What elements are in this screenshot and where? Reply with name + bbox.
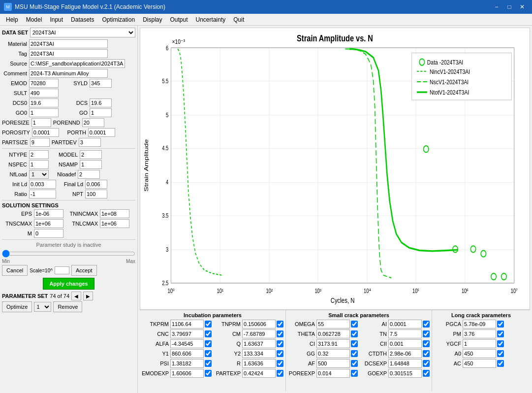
gg-check[interactable] xyxy=(351,350,358,357)
r-check[interactable] xyxy=(277,360,283,367)
cm-check[interactable] xyxy=(277,330,283,337)
menu-quit[interactable]: Quit xyxy=(229,15,248,24)
syld-input[interactable] xyxy=(90,79,112,88)
source-input[interactable] xyxy=(29,59,125,68)
partdev-input[interactable] xyxy=(79,138,101,147)
gg-input[interactable] xyxy=(316,349,350,358)
param-set-prev[interactable]: ◀ xyxy=(71,292,81,300)
cancel-button[interactable]: Cancel xyxy=(2,265,28,276)
finalld-input[interactable] xyxy=(85,180,107,189)
model-input[interactable] xyxy=(80,150,102,159)
ci-check[interactable] xyxy=(351,340,358,347)
tag-input[interactable] xyxy=(29,49,108,58)
close-button[interactable]: ✕ xyxy=(516,2,528,12)
ac-check[interactable] xyxy=(497,360,504,367)
dataset-select[interactable]: 2024T3AI xyxy=(30,28,135,37)
ctdth-check[interactable] xyxy=(423,350,430,357)
nfload-select[interactable]: 1 xyxy=(29,170,49,179)
dcs-input[interactable] xyxy=(90,98,112,107)
partexp-check[interactable] xyxy=(277,370,283,377)
nsamp-input[interactable] xyxy=(80,160,102,169)
goexp-check[interactable] xyxy=(423,370,430,377)
omega-input[interactable] xyxy=(316,320,350,328)
apply-changes-button[interactable]: Apply changes xyxy=(43,278,94,290)
menu-input[interactable]: Input xyxy=(46,15,67,24)
remove-button[interactable]: Remove xyxy=(53,301,82,312)
q-check[interactable] xyxy=(277,340,283,347)
menu-help[interactable]: Help xyxy=(2,15,22,24)
menu-datasets[interactable]: Datasets xyxy=(67,15,98,24)
pgca-input[interactable] xyxy=(463,320,496,328)
ai-input[interactable] xyxy=(388,320,422,328)
alfa-check[interactable] xyxy=(205,340,212,347)
y2-check[interactable] xyxy=(277,350,283,357)
cnc-check[interactable] xyxy=(205,330,212,337)
accept-button[interactable]: Accept xyxy=(71,265,97,276)
y1-input[interactable] xyxy=(170,349,204,358)
cm-input[interactable] xyxy=(242,329,276,338)
alfa-input[interactable] xyxy=(170,339,204,348)
q-input[interactable] xyxy=(242,339,276,348)
psi-input[interactable] xyxy=(170,359,204,368)
emodexp-input[interactable] xyxy=(170,369,204,378)
cnc-input[interactable] xyxy=(170,329,204,338)
psi-check[interactable] xyxy=(205,360,212,367)
menu-output[interactable]: Output xyxy=(166,15,192,24)
pgca-check[interactable] xyxy=(497,321,504,328)
theta-input[interactable] xyxy=(316,329,350,338)
cii-check[interactable] xyxy=(423,340,430,347)
tn-check[interactable] xyxy=(423,330,430,337)
omega-check[interactable] xyxy=(351,321,358,328)
material-input[interactable] xyxy=(29,39,108,48)
ygcf-check[interactable] xyxy=(497,340,504,347)
minimize-button[interactable]: − xyxy=(491,2,502,12)
partsize-input[interactable] xyxy=(30,138,50,147)
tnprm-input[interactable] xyxy=(242,320,276,328)
emod-input[interactable] xyxy=(29,79,59,88)
tnlcmax-input[interactable] xyxy=(100,219,129,228)
initld-input[interactable] xyxy=(29,180,56,189)
goexp-input[interactable] xyxy=(388,369,422,378)
eps-input[interactable] xyxy=(34,209,63,218)
npt-input[interactable] xyxy=(85,190,107,198)
menu-uncertainty[interactable]: Uncertainty xyxy=(192,15,230,24)
comment-input[interactable] xyxy=(29,69,108,78)
tkprm-input[interactable] xyxy=(170,320,204,328)
af-check[interactable] xyxy=(351,360,358,367)
ai-check[interactable] xyxy=(423,321,430,328)
menu-model[interactable]: Model xyxy=(22,15,46,24)
optimize-select[interactable]: 1 xyxy=(34,302,51,312)
ctdth-input[interactable] xyxy=(388,349,422,358)
poreexp-input[interactable] xyxy=(316,369,350,378)
a0-input[interactable] xyxy=(463,349,496,358)
sult-input[interactable] xyxy=(29,89,59,98)
ygcf-input[interactable] xyxy=(463,339,496,348)
pm-input[interactable] xyxy=(463,329,496,338)
ratio-input[interactable] xyxy=(29,190,56,198)
scale-input[interactable] xyxy=(55,266,69,274)
porth-input[interactable] xyxy=(88,128,115,137)
y2-input[interactable] xyxy=(242,349,276,358)
tkprm-check[interactable] xyxy=(205,321,212,328)
go-input[interactable] xyxy=(90,108,112,117)
go0-input[interactable] xyxy=(29,108,59,117)
tnscmax-input[interactable] xyxy=(34,219,63,228)
r-input[interactable] xyxy=(242,359,276,368)
optimize-button[interactable]: Optimize xyxy=(2,301,32,312)
dcs0-input[interactable] xyxy=(29,98,59,107)
pm-check[interactable] xyxy=(497,330,504,337)
porennd-input[interactable] xyxy=(82,118,104,127)
ntype-input[interactable] xyxy=(29,150,49,159)
tnprm-check[interactable] xyxy=(277,321,283,328)
nspec-input[interactable] xyxy=(29,160,49,169)
emodexp-check[interactable] xyxy=(205,370,212,377)
tn-input[interactable] xyxy=(388,329,422,338)
ac-input[interactable] xyxy=(463,359,496,368)
y1-check[interactable] xyxy=(205,350,212,357)
dcsexp-check[interactable] xyxy=(423,360,430,367)
partexp-input[interactable] xyxy=(242,369,276,378)
menu-optimization[interactable]: Optimization xyxy=(98,15,139,24)
m-input[interactable] xyxy=(34,229,63,238)
ci-input[interactable] xyxy=(316,339,350,348)
a0-check[interactable] xyxy=(497,350,504,357)
